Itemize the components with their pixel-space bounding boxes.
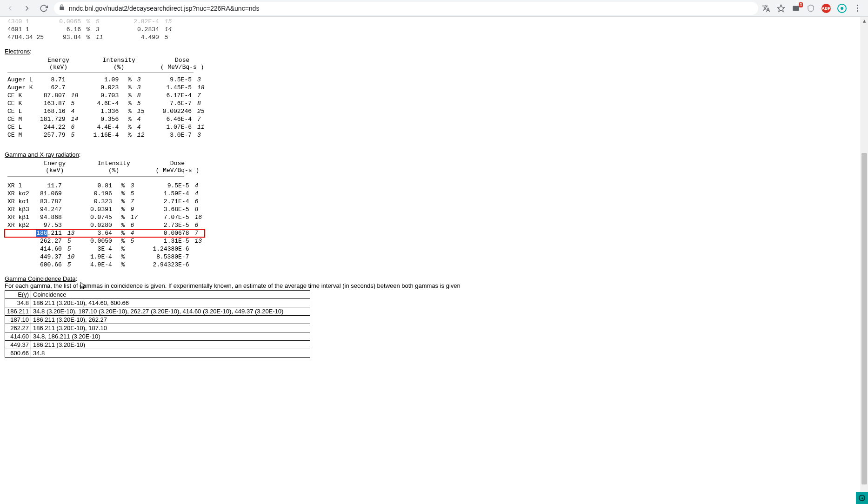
table-row: CE L244.2264.4E-4 %41.07E-611 [5,123,207,131]
table-row: 4340 10.0065%52.82E-415 [5,18,175,26]
table-row: 449.37101.9E-4 %8.5380E-7 [5,253,205,261]
browser-toolbar: nndc.bnl.gov/nudat2/decaysearchdirect.js… [0,0,868,17]
table-row: Auger L8.711.09 %39.5E-53 [5,76,207,84]
back-button[interactable] [4,2,17,15]
vertical-scrollbar[interactable]: ▴ ▾ [861,17,868,504]
url-text: nndc.bnl.gov/nudat2/decaysearchdirect.js… [69,5,259,12]
table-row: XR kβ394.2470.0391 %93.68E-58 [5,206,205,213]
extension-badge: 3 [799,2,803,7]
table-row: XR kα281.0690.196 %51.59E-44 [5,190,205,198]
gcol-intensity-header: Intensity(%) [87,159,141,175]
gcol-dose-header: Dose( MeV/Bq-s ) [150,159,205,175]
table-row: CE K87.807180.703 %86.17E-47 [5,92,207,99]
shield-icon[interactable] [807,4,815,13]
table-row: 600.6634.8 [5,349,310,358]
table-row: 414.6053E-4 %1.24380E-6 [5,245,205,253]
coincidence-table: E(γ) Coincidence 34.8186.211 (3.20E-10),… [5,290,310,358]
chrome-menu-icon[interactable] [853,5,861,12]
extension-icon[interactable]: 3 [792,4,800,13]
table-row: 600.6654.9E-4 %2.94323E-6 [5,261,205,269]
abp-icon[interactable]: ABP [821,4,831,13]
table-row: CE M257.7951.16E-4 %123.0E-73 [5,131,207,139]
extension-area: 3 ABP [762,4,864,13]
profile-icon[interactable] [837,4,847,13]
gammas-heading: Gamma and X-ray radiation [5,151,79,158]
gcol-energy-header: Energy(keV) [32,159,78,175]
coincidence-heading: Gamma Coincidence Data [5,275,75,282]
table-row: XR kβ194.8680.0745 %177.07E-516 [5,213,205,221]
col-intensity-header: Intensity(%) [91,56,147,72]
corner-widget-icon[interactable] [856,492,868,504]
table-row: 449.37186.211 (3.20E-10) [5,341,310,349]
page-viewport: 4340 10.0065%52.82E-4154601 16.16%30.283… [0,17,868,504]
svg-marker-0 [778,5,785,11]
scroll-thumb[interactable] [861,153,867,484]
gammas-table: Energy(keV) Intensity(%) Dose( MeV/Bq-s … [5,159,205,269]
coinc-col-coincidence: Coincidence [31,291,310,299]
col-dose-header: Dose( MeV/Bq-s ) [157,56,208,72]
scroll-up-arrow-icon[interactable]: ▴ [861,17,868,24]
table-row: CE M181.729140.356 %46.46E-47 [5,115,207,123]
col-energy-header: Energy(keV) [36,56,81,72]
table-row: XR kβ297.530.0280 %62.73E-56 [5,221,205,229]
table-row: Auger K62.70.023 %31.45E-518 [5,84,207,92]
table-row: CE K163.8754.6E-4 %57.6E-78 [5,99,207,107]
svg-rect-1 [793,6,799,11]
table-row: 262.27186.211 (3.20E-10), 187.10 [5,324,310,332]
table-row: 4784.34 2593.84%114.4905 [5,33,175,41]
coinc-col-egamma: E(γ) [5,291,31,299]
coincidence-desc: For each gamma, the list of gammas in co… [5,282,863,289]
bookmark-star-icon[interactable] [777,4,785,13]
alpha-table-partial: 4340 10.0065%52.82E-4154601 16.16%30.283… [5,18,175,41]
electrons-table: Energy(keV) Intensity(%) Dose( MeV/Bq-s … [5,56,207,139]
address-bar[interactable]: nndc.bnl.gov/nudat2/decaysearchdirect.js… [54,2,758,15]
table-row: CE L168.1641.336 %150.00224625 [5,107,207,115]
forward-button[interactable] [20,2,33,15]
table-row: 186.211133.64 %40.006787 [5,229,205,237]
translate-icon[interactable] [762,4,770,13]
lock-icon [59,4,65,12]
table-row: 187.10186.211 (3.20E-10), 262.27 [5,316,310,324]
table-row: XR l11.70.81 %39.5E-54 [5,182,205,190]
table-row: 34.8186.211 (3.20E-10), 414.60, 600.66 [5,299,310,307]
table-row: 262.2750.0050 %51.31E-513 [5,237,205,245]
electrons-heading: Electrons [5,48,30,55]
table-row: 414.6034.8, 186.211 (3.20E-10) [5,332,310,341]
reload-button[interactable] [37,2,50,15]
table-row: XR kα183.7870.323 %72.71E-46 [5,198,205,206]
table-row: 186.21134.8 (3.20E-10), 187.10 (3.20E-10… [5,307,310,316]
table-row: 4601 16.16%30.283414 [5,26,175,33]
